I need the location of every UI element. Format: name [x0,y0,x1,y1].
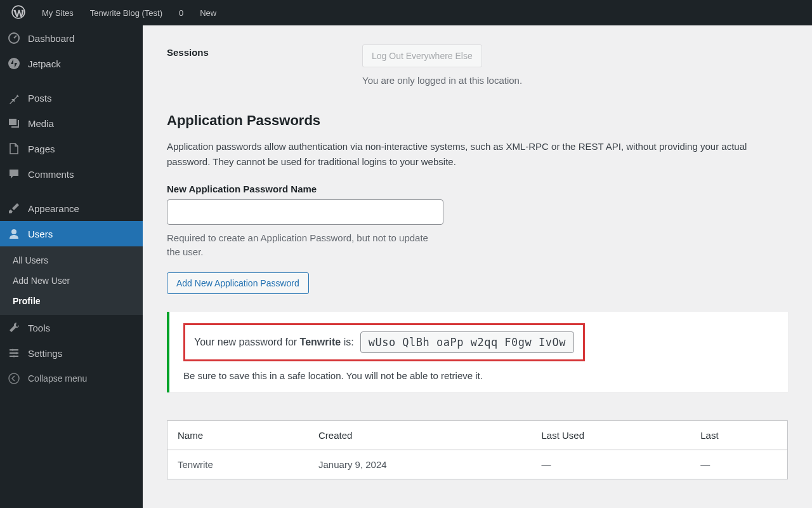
pin-icon [8,91,20,104]
admin-sidebar: Dashboard Jetpack Posts Media Pages Comm… [0,25,143,508]
my-sites-link[interactable]: My Sites [32,0,80,25]
wp-logo[interactable] [5,0,32,25]
svg-point-5 [16,352,18,354]
site-name-label: Tenwrite Blog (Test) [90,8,162,18]
col-last-used[interactable]: Last Used [532,420,691,450]
submenu-add-new-user[interactable]: Add New User [0,271,143,291]
menu-label: Posts [28,93,52,104]
menu-dashboard[interactable]: Dashboard [0,25,143,51]
password-warning: Be sure to save this in a safe location.… [183,370,774,381]
pages-icon [8,142,20,155]
collapse-icon [8,372,20,385]
sliders-icon [8,347,20,359]
app-passwords-desc: Application passwords allow authenticati… [167,139,788,170]
users-icon [8,227,20,240]
cell-last-used: — [532,450,691,479]
logout-everywhere-button[interactable]: Log Out Everywhere Else [362,44,482,67]
wordpress-icon [11,5,25,21]
menu-label: Users [28,229,53,239]
app-passwords-heading: Application Passwords [167,112,788,129]
comments-icon [8,168,20,180]
svg-point-3 [11,229,16,234]
menu-tools[interactable]: Tools [0,315,143,340]
users-submenu: All Users Add New User Profile [0,246,143,315]
new-password-notice: Your new password for Tenwrite is: wUso … [167,312,788,392]
menu-label: Settings [28,348,62,359]
sessions-row: Sessions Log Out Everywhere Else You are… [167,44,788,88]
collapse-menu[interactable]: Collapse menu [0,366,143,391]
menu-label: Comments [28,169,74,180]
media-icon [8,117,20,130]
submenu-profile[interactable]: Profile [0,291,143,311]
sessions-label: Sessions [167,44,362,88]
menu-media[interactable]: Media [0,110,143,136]
menu-settings[interactable]: Settings [0,340,143,366]
col-created[interactable]: Created [308,420,532,450]
new-app-password-input[interactable] [167,199,443,225]
menu-users[interactable]: Users [0,221,143,246]
svg-point-2 [8,58,20,69]
cell-created: January 9, 2024 [308,450,532,479]
menu-label: Appearance [28,203,79,214]
app-passwords-table: Name Created Last Used Last Tenwrite Jan… [167,420,788,479]
menu-jetpack[interactable]: Jetpack [0,51,143,76]
comments-link[interactable]: 0 [169,0,190,25]
menu-label: Dashboard [28,33,74,44]
col-last[interactable]: Last [690,420,787,450]
brush-icon [8,202,20,215]
col-name[interactable]: Name [167,420,309,450]
sessions-help: You are only logged in at this location. [362,74,788,88]
menu-posts[interactable]: Posts [0,85,143,110]
menu-pages[interactable]: Pages [0,136,143,161]
menu-label: Tools [28,323,50,333]
svg-point-4 [12,349,14,351]
dashboard-icon [8,32,20,44]
svg-point-6 [13,356,15,358]
add-app-password-button[interactable]: Add New Application Password [167,272,309,294]
site-name-link[interactable]: Tenwrite Blog (Test) [80,0,169,25]
menu-appearance[interactable]: Appearance [0,196,143,221]
submenu-all-users[interactable]: All Users [0,250,143,271]
my-sites-label: My Sites [42,8,74,18]
cell-last: — [690,450,787,479]
menu-label: Jetpack [28,58,61,69]
wrench-icon [8,321,20,334]
jetpack-icon [8,57,20,70]
comments-count: 0 [179,8,183,18]
svg-point-7 [9,373,19,384]
table-row: Tenwrite January 9, 2024 — — [167,450,788,479]
cell-name: Tenwrite [167,450,309,479]
menu-label: Pages [28,144,55,154]
menu-comments[interactable]: Comments [0,161,143,187]
menu-label: Media [28,118,54,129]
collapse-label: Collapse menu [28,373,87,384]
generated-password[interactable]: wUso QlBh oaPp w2qq F0gw IvOw [360,331,574,353]
password-highlight: Your new password for Tenwrite is: wUso … [183,323,585,361]
main-content: Sessions Log Out Everywhere Else You are… [143,25,812,508]
admin-toolbar: My Sites Tenwrite Blog (Test) 0 New [0,0,812,25]
new-app-password-label: New Application Password Name [167,184,788,194]
new-app-password-help: Required to create an Application Passwo… [167,231,443,260]
password-sentence: Your new password for Tenwrite is: [194,337,354,348]
new-content-link[interactable]: New [190,0,223,25]
new-label: New [200,8,216,18]
